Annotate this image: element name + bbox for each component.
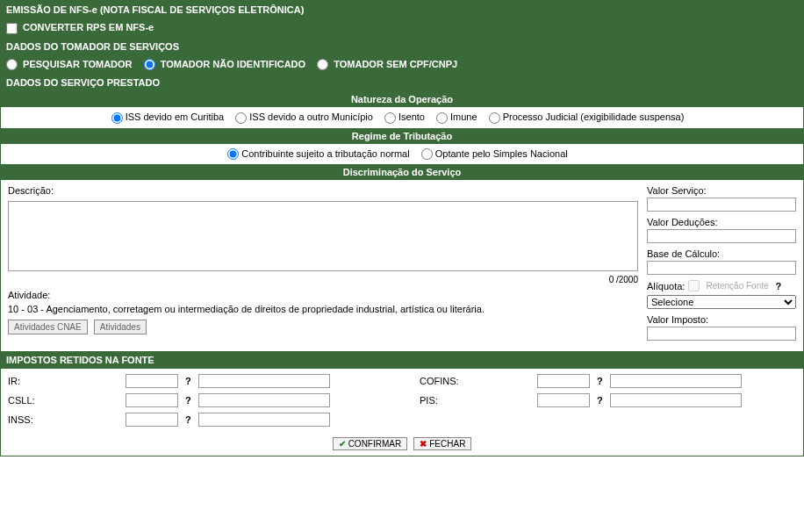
tomador-opt-nao-identificado[interactable]: TOMADOR NÃO IDENTIFICADO <box>144 59 309 69</box>
inss-rate-input[interactable] <box>126 413 178 427</box>
cofins-label: COFINS: <box>420 376 534 386</box>
retencao-checkbox <box>688 280 700 291</box>
natureza-opt5[interactable]: Processo Judicial (exigibilidade suspens… <box>489 111 685 122</box>
natureza-radio-1[interactable] <box>111 112 123 124</box>
valor-imposto-input[interactable] <box>647 327 796 341</box>
cofins-rate-input[interactable] <box>537 374 590 388</box>
close-icon: ✖ <box>420 439 427 449</box>
tomador-opt-sem-cpf[interactable]: TOMADOR SEM CPF/CNPJ <box>317 59 457 69</box>
aliquota-select[interactable]: Selecione <box>647 295 796 309</box>
tomador-radio-pesquisar[interactable] <box>6 59 18 70</box>
base-calculo-label: Base de Cálculo: <box>647 248 796 259</box>
valor-deducoes-label: Valor Deduções: <box>647 217 796 227</box>
ir-value-input[interactable] <box>198 374 330 388</box>
natureza-opt2[interactable]: ISS devido a outro Município <box>235 111 373 122</box>
cofins-value-input[interactable] <box>610 374 742 388</box>
converter-rps-label[interactable]: CONVERTER RPS EM NFS-e <box>6 22 154 32</box>
converter-rps-text: CONVERTER RPS EM NFS-e <box>23 22 154 32</box>
regime-title: Regime de Tributação <box>1 128 803 144</box>
page-title: EMISSÃO DE NFS-e (NOTA FISCAL DE SERVIÇO… <box>1 1 803 18</box>
natureza-radio-5[interactable] <box>489 112 500 124</box>
valor-deducoes-input[interactable] <box>647 229 796 243</box>
check-icon: ✔ <box>339 439 346 449</box>
pis-value-input[interactable] <box>610 393 742 407</box>
tomador-opt-pesquisar[interactable]: PESQUISAR TOMADOR <box>6 59 135 69</box>
confirmar-button[interactable]: ✔ CONFIRMAR <box>333 437 408 450</box>
cofins-help-icon[interactable]: ? <box>593 376 607 386</box>
natureza-radio-4[interactable] <box>436 112 448 124</box>
regime-options: Contribuinte sujeito a tributação normal… <box>1 144 803 165</box>
tomador-options-row: PESQUISAR TOMADOR TOMADOR NÃO IDENTIFICA… <box>1 55 803 75</box>
regime-radio-1[interactable] <box>227 148 239 160</box>
csll-rate-input[interactable] <box>126 393 178 407</box>
pis-rate-input[interactable] <box>537 393 590 407</box>
csll-label: CSLL: <box>8 395 122 406</box>
aliquota-label: Alíquota: <box>647 281 685 291</box>
char-counter: 0 /2000 <box>8 273 638 284</box>
natureza-opt1[interactable]: ISS devido em Curitiba <box>111 111 225 122</box>
pis-help-icon[interactable]: ? <box>593 395 607 406</box>
tomador-radio-nao-identificado[interactable] <box>144 59 155 70</box>
base-calculo-input[interactable] <box>647 261 796 275</box>
csll-value-input[interactable] <box>198 393 330 407</box>
atividade-label: Atividade: <box>8 290 638 300</box>
natureza-options: ISS devido em Curitiba ISS devido a outr… <box>1 107 803 128</box>
tomador-radio-sem-cpf[interactable] <box>317 59 328 70</box>
atividades-cnae-button[interactable]: Atividades CNAE <box>8 320 88 334</box>
descricao-label: Descrição: <box>8 185 638 196</box>
fechar-button[interactable]: ✖ FECHAR <box>413 437 471 450</box>
valor-servico-input[interactable] <box>647 198 796 212</box>
valor-imposto-label: Valor Imposto: <box>647 314 796 325</box>
natureza-opt4[interactable]: Imune <box>436 111 477 122</box>
regime-opt2[interactable]: Optante pelo Simples Nacional <box>421 148 568 159</box>
impostos-section-title: IMPOSTOS RETIDOS NA FONTE <box>1 351 803 369</box>
atividade-text: 10 - 03 - Agenciamento, corretagem ou in… <box>8 304 638 314</box>
csll-help-icon[interactable]: ? <box>182 395 195 406</box>
ir-help-icon[interactable]: ? <box>182 376 195 386</box>
descricao-textarea[interactable] <box>8 201 638 271</box>
regime-radio-2[interactable] <box>421 148 433 160</box>
ir-rate-input[interactable] <box>126 374 178 388</box>
inss-value-input[interactable] <box>198 413 330 427</box>
natureza-opt3[interactable]: Isento <box>384 111 425 122</box>
ir-label: IR: <box>8 376 122 386</box>
servico-section-title: DADOS DO SERVIÇO PRESTADO <box>1 74 803 91</box>
natureza-radio-2[interactable] <box>235 112 247 124</box>
retencao-help-icon[interactable]: ? <box>772 281 786 291</box>
atividades-button[interactable]: Atividades <box>94 320 147 334</box>
inss-help-icon[interactable]: ? <box>182 414 195 425</box>
natureza-title: Natureza da Operação <box>1 91 803 107</box>
discriminacao-title: Discriminação do Serviço <box>1 164 803 180</box>
converter-rps-checkbox[interactable] <box>6 23 18 34</box>
inss-label: INSS: <box>8 414 122 425</box>
retencao-label: Retenção Fonte <box>706 281 768 291</box>
tomador-section-title: DADOS DO TOMADOR DE SERVIÇOS <box>1 38 803 55</box>
valor-servico-label: Valor Serviço: <box>647 185 796 196</box>
regime-opt1[interactable]: Contribuinte sujeito a tributação normal <box>227 148 409 159</box>
natureza-radio-3[interactable] <box>384 112 396 124</box>
pis-label: PIS: <box>420 395 534 406</box>
